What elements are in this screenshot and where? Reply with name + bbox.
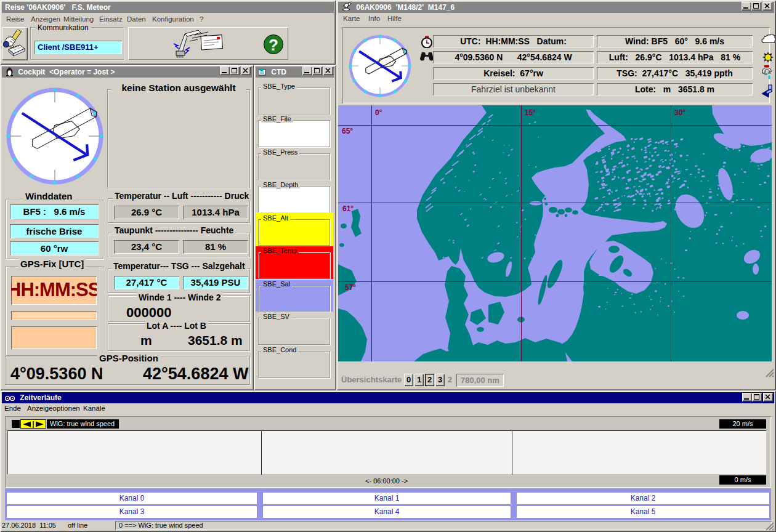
svg-text:61°: 61° <box>342 204 354 213</box>
svg-text:30°: 30° <box>674 108 685 117</box>
svg-text:57°: 57° <box>345 283 356 292</box>
svg-text:65°: 65° <box>342 127 353 135</box>
svg-text:?: ? <box>269 36 278 54</box>
svg-text:15°: 15° <box>525 108 536 117</box>
svg-text:0°: 0° <box>375 108 382 117</box>
